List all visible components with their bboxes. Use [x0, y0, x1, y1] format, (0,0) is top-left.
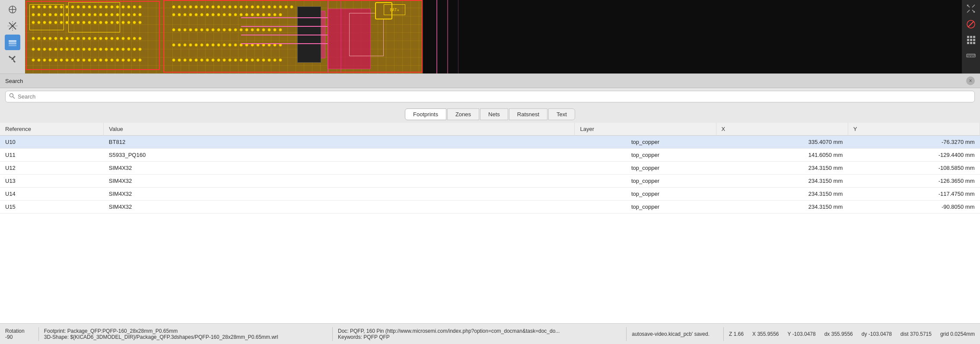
- svg-rect-18: [967, 39, 969, 41]
- col-header-layer: Layer: [575, 123, 716, 136]
- y-coord: Y -103.0478: [787, 331, 815, 337]
- tab-zones[interactable]: Zones: [447, 108, 479, 120]
- table-scroll[interactable]: Reference Value Layer X Y U10 BT812 top_…: [0, 123, 980, 323]
- cell-layer: top_copper: [575, 175, 716, 188]
- status-bar: Rotation -90 Footprint: Package_QFP:PQFP…: [0, 323, 980, 344]
- cell-val: SIM4X32: [104, 162, 575, 175]
- svg-line-14: [968, 22, 974, 27]
- svg-line-32: [13, 97, 15, 99]
- search-panel: Search ×: [0, 73, 980, 105]
- tab-text[interactable]: Text: [548, 108, 575, 120]
- cell-val: SIM4X32: [104, 175, 575, 188]
- keywords-label: Keywords: PQFP QFP: [338, 334, 612, 340]
- footprint-label: Footprint: Package_QFP:PQFP-160_28x28mm_…: [44, 328, 318, 334]
- cell-ref: U12: [0, 162, 104, 175]
- svg-rect-20: [973, 39, 975, 41]
- table-row[interactable]: U15 SIM4X32 top_copper 234.3150 mm -90.8…: [0, 201, 980, 213]
- table-row[interactable]: U14 SIM4X32 top_copper 234.3150 mm -117.…: [0, 188, 980, 201]
- svg-rect-21: [967, 42, 969, 44]
- cell-y: -117.4750 mm: [848, 188, 980, 201]
- status-rotation: Rotation -90: [5, 328, 33, 340]
- pcb-canvas: BAT+: [25, 0, 423, 73]
- dx-coord: dx 355.9556: [824, 331, 853, 337]
- svg-rect-15: [967, 36, 969, 38]
- cell-layer: top_copper: [575, 136, 716, 149]
- tabs-row: Footprints Zones Nets Ratsnest Text: [0, 105, 980, 123]
- svg-rect-7: [9, 40, 16, 42]
- col-header-value: Value: [104, 123, 575, 136]
- cell-layer: top_copper: [575, 149, 716, 162]
- col-header-x: X: [716, 123, 848, 136]
- cell-x: 234.3150 mm: [716, 188, 848, 201]
- right-panel: [423, 0, 980, 73]
- cell-y: -108.5850 mm: [848, 162, 980, 175]
- cell-layer: top_copper: [575, 162, 716, 175]
- status-doc-info: Doc: PQFP, 160 Pin (http://www.microsemi…: [338, 328, 621, 340]
- grid-coord: grid 0.0254: [940, 331, 966, 337]
- grid-button[interactable]: [964, 33, 978, 47]
- cell-ref: U11: [0, 149, 104, 162]
- arrows-button[interactable]: [964, 2, 978, 16]
- x-coord: X 355.9556: [752, 331, 779, 337]
- cell-x: 234.3150 mm: [716, 175, 848, 188]
- svg-point-31: [10, 94, 13, 97]
- dist-coord: dist 370.5715: [900, 331, 932, 337]
- tab-footprints[interactable]: Footprints: [405, 108, 446, 120]
- dy-coord: dy -103.0478: [862, 331, 892, 337]
- table-row[interactable]: U12 SIM4X32 top_copper 234.3150 mm -108.…: [0, 162, 980, 175]
- cell-layer: top_copper: [575, 201, 716, 213]
- shape-label: 3D-Shape: ${KICAD6_3DMODEL_DIR}/Package_…: [44, 334, 318, 340]
- footprints-table: Reference Value Layer X Y U10 BT812 top_…: [0, 123, 980, 213]
- tab-ratsnest[interactable]: Ratsnest: [509, 108, 547, 120]
- cell-y: -76.3270 mm: [848, 136, 980, 149]
- col-header-reference: Reference: [0, 123, 104, 136]
- table-row[interactable]: U11 S5933_PQ160 top_copper 141.6050 mm -…: [0, 149, 980, 162]
- search-title: Search: [5, 78, 23, 84]
- table-row[interactable]: U13 SIM4X32 top_copper 234.3150 mm -126.…: [0, 175, 980, 188]
- cell-val: SIM4X32: [104, 188, 575, 201]
- status-saved: autosave-video.kicad_pcb' saved.: [632, 331, 718, 337]
- cell-y: -129.4400 mm: [848, 149, 980, 162]
- svg-rect-16: [970, 36, 972, 38]
- svg-rect-22: [970, 42, 972, 44]
- cell-y: -126.3650 mm: [848, 175, 980, 188]
- cell-layer: top_copper: [575, 188, 716, 201]
- rotation-value: -90: [5, 334, 13, 340]
- cell-x: 234.3150 mm: [716, 201, 848, 213]
- cell-ref: U10: [0, 136, 104, 149]
- table-row[interactable]: U10 BT812 top_copper 335.4070 mm -76.327…: [0, 136, 980, 149]
- search-input[interactable]: [18, 93, 971, 100]
- col-header-y: Y: [848, 123, 980, 136]
- toolbar-left: [0, 0, 25, 73]
- ruler-button[interactable]: [964, 48, 978, 62]
- search-icon: [9, 93, 15, 100]
- results-table-container: Reference Value Layer X Y U10 BT812 top_…: [0, 123, 980, 323]
- doc-label: Doc: PQFP, 160 Pin (http://www.microsemi…: [338, 328, 612, 334]
- svg-rect-9: [9, 45, 16, 46]
- cell-y: -90.8050 mm: [848, 201, 980, 213]
- cursor-tool-button[interactable]: [5, 2, 20, 17]
- toolbar-right: [962, 0, 980, 73]
- tab-nets[interactable]: Nets: [480, 108, 508, 120]
- cell-ref: U15: [0, 201, 104, 213]
- layers-tool-button[interactable]: [5, 35, 20, 50]
- cell-ref: U14: [0, 188, 104, 201]
- saved-message: autosave-video.kicad_pcb' saved.: [632, 331, 710, 337]
- cell-x: 335.4070 mm: [716, 136, 848, 149]
- z-coord: Z 1.66: [729, 331, 744, 337]
- cell-ref: U13: [0, 175, 104, 188]
- tools-button[interactable]: [5, 51, 20, 67]
- cancel-button[interactable]: [964, 17, 978, 31]
- cell-val: SIM4X32: [104, 201, 575, 213]
- rotation-label: Rotation: [5, 328, 25, 334]
- cell-x: 141.6050 mm: [716, 149, 848, 162]
- svg-rect-8: [9, 42, 16, 44]
- cell-val: BT812: [104, 136, 575, 149]
- cell-x: 234.3150 mm: [716, 162, 848, 175]
- svg-rect-19: [970, 39, 972, 41]
- status-footprint-info: Footprint: Package_QFP:PQFP-160_28x28mm_…: [44, 328, 327, 340]
- cell-val: S5933_PQ160: [104, 149, 575, 162]
- cross-tool-button[interactable]: [5, 18, 20, 34]
- unit-label: mm: [966, 331, 975, 337]
- search-close-button[interactable]: ×: [966, 76, 975, 85]
